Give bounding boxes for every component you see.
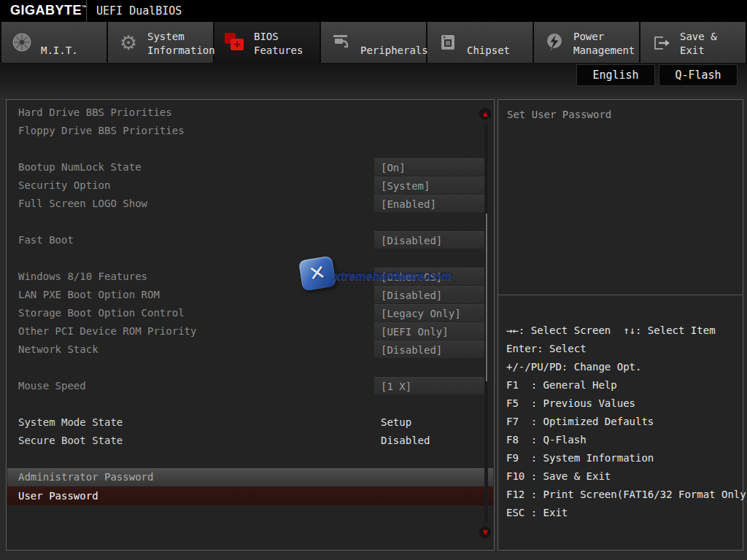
tab-label: BIOS Features <box>254 30 303 58</box>
tab-label: M.I.T. <box>41 44 78 58</box>
tab-label: System Information <box>147 30 215 58</box>
list-item-security-option[interactable]: Security Option [System] <box>7 176 494 195</box>
language-button[interactable]: English <box>576 64 655 86</box>
divider <box>498 295 743 295</box>
tab-mit[interactable]: M.I.T. <box>1 22 107 63</box>
tab-peripherals[interactable]: Peripherals <box>321 22 426 63</box>
list-item-bootup-numlock[interactable]: Bootup NumLock State [On] <box>7 158 494 176</box>
scrollbar-thumb[interactable] <box>486 214 487 381</box>
key-legend-line: F7 : Optimized Defaults <box>506 413 654 431</box>
tab-save-exit[interactable]: Save & Exit <box>640 22 746 63</box>
tab-power-management[interactable]: Power Management <box>534 22 639 63</box>
info-value: Disabled <box>381 432 430 450</box>
key-legend-line: F8 : Q-Flash <box>506 431 587 449</box>
option-value[interactable]: [UEFI Only] <box>374 322 486 340</box>
scroll-up-icon[interactable]: ▲ <box>479 108 491 120</box>
list-item-system-mode-state: System Mode State Setup <box>7 413 494 432</box>
option-value[interactable]: [1 X] <box>374 377 486 394</box>
title-bar: GIGABYTE™ UEFI DualBIOS <box>0 0 747 22</box>
save-exit-icon <box>649 31 673 54</box>
list-item-windows-features[interactable]: Windows 8/10 Features [Other OS] <box>7 268 494 286</box>
key-legend-line: F9 : System Information <box>506 449 654 467</box>
option-value[interactable]: [System] <box>374 176 486 194</box>
tab-label: Chipset <box>467 44 510 58</box>
scroll-down-icon[interactable]: ▼ <box>479 526 491 538</box>
option-value[interactable]: [Enabled] <box>374 195 486 212</box>
tab-bios-features[interactable]: + BIOS Features <box>214 22 320 63</box>
key-legend-line: F10 : Save & Exit <box>506 467 611 486</box>
tab-system-information[interactable]: ⚙ System Information <box>108 22 213 63</box>
band-fade <box>0 89 747 99</box>
info-value: Setup <box>381 413 411 432</box>
key-legend-line: F1 : General Help <box>506 376 617 394</box>
divider <box>86 0 87 22</box>
list-item-user-password-selected[interactable]: User Password <box>7 486 493 505</box>
settings-panel: Hard Drive BBS Priorities Floppy Drive B… <box>6 99 495 551</box>
gear-icon: ⚙ <box>117 31 140 54</box>
key-legend-line: F5 : Previous Values <box>506 394 635 413</box>
qflash-button[interactable]: Q-Flash <box>659 64 738 86</box>
key-legend-line: +/-/PU/PD: Change Opt. <box>506 358 641 376</box>
list-item-other-pci-rom[interactable]: Other PCI Device ROM Priority [UEFI Only… <box>7 322 494 341</box>
tab-chipset[interactable]: Chipset <box>427 22 533 63</box>
key-legend-line: F12 : Print Screen(FAT16/32 Format Only) <box>506 486 747 504</box>
chipset-icon <box>436 31 460 54</box>
option-value[interactable]: [Disabled] <box>374 286 486 303</box>
power-lightning-icon <box>543 31 566 54</box>
tab-label: Save & Exit <box>680 30 746 58</box>
list-item-mouse-speed[interactable]: Mouse Speed [1 X] <box>7 377 494 395</box>
list-item-secure-boot-state: Secure Boot State Disabled <box>7 432 494 450</box>
tab-label: Power Management <box>573 30 635 58</box>
option-value[interactable]: [Legacy Only] <box>374 304 486 322</box>
firmware-title: UEFI DualBIOS <box>96 4 182 18</box>
tab-label: Peripherals <box>360 44 428 58</box>
mit-dial-icon <box>10 31 34 54</box>
bios-screen: GIGABYTE™ UEFI DualBIOS M.I.T. ⚙ System … <box>0 0 747 560</box>
trademark: ™ <box>82 4 88 11</box>
list-item-network-stack[interactable]: Network Stack [Disabled] <box>7 341 494 359</box>
gigabyte-logo: GIGABYTE™ <box>10 3 88 18</box>
key-legend-line: Enter: Select <box>506 340 587 358</box>
list-item-storage-boot[interactable]: Storage Boot Option Control [Legacy Only… <box>7 304 494 322</box>
peripherals-icon <box>330 31 353 54</box>
help-panel: Set User Password →←: Select Screen ↑↓: … <box>498 99 743 551</box>
item-help-text: Set User Password <box>507 106 611 124</box>
tab-bar: M.I.T. ⚙ System Information + BIOS Featu… <box>0 22 747 63</box>
option-value[interactable]: [Other OS] <box>374 268 486 285</box>
option-value[interactable]: [On] <box>374 158 486 176</box>
key-legend-line: ESC : Exit <box>506 504 568 522</box>
list-item-hard-drive-bbs[interactable]: Hard Drive BBS Priorities <box>7 104 494 122</box>
list-item-floppy-bbs[interactable]: Floppy Drive BBS Priorities <box>7 122 494 140</box>
list-item-fast-boot[interactable]: Fast Boot [Disabled] <box>7 231 494 249</box>
list-item-lan-pxe[interactable]: LAN PXE Boot Option ROM [Disabled] <box>7 286 494 304</box>
key-legend-line: →←: Select Screen ↑↓: Select Item <box>506 322 716 340</box>
option-value[interactable]: [Disabled] <box>374 341 486 358</box>
bios-folder-icon: + <box>223 31 247 54</box>
list-item-administrator-password[interactable]: Administrator Password <box>7 468 493 486</box>
option-value[interactable]: [Disabled] <box>374 231 486 249</box>
list-item-fullscreen-logo[interactable]: Full Screen LOGO Show [Enabled] <box>7 195 494 213</box>
